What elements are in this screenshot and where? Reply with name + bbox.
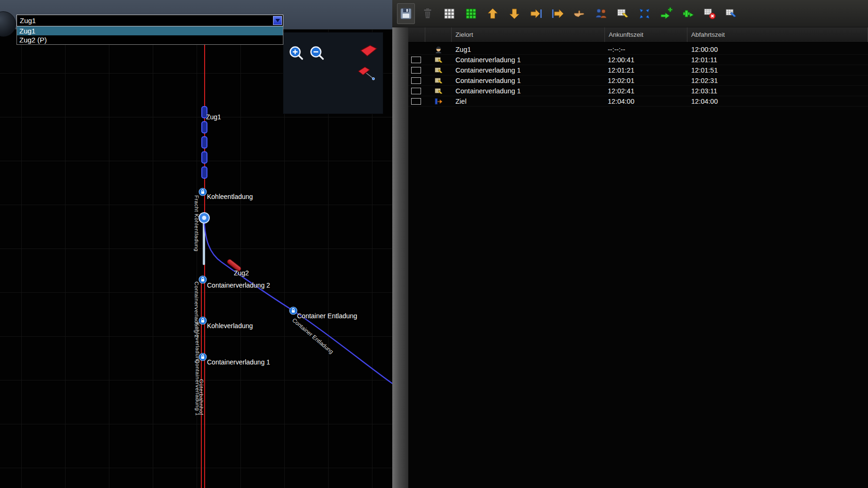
cell-ankunftszeit: --:--:-- <box>605 46 687 53</box>
header-abfahrtszeit[interactable]: Abfahrtszeit <box>687 27 868 42</box>
staff-button[interactable] <box>592 3 610 24</box>
grid-all-button[interactable] <box>440 3 458 24</box>
station-node-lock-icon[interactable] <box>198 188 207 196</box>
station-label: Containerverladung 2 <box>207 281 270 289</box>
edit-list-button[interactable] <box>722 3 740 24</box>
grid-green-icon <box>464 7 478 20</box>
table-row[interactable]: Zug1 --:--:-- 12:00:00 <box>408 44 868 55</box>
row-checkbox[interactable] <box>411 67 421 74</box>
move-to-end-button[interactable] <box>527 3 545 24</box>
row-checkbox[interactable] <box>411 88 421 94</box>
station-node-lock-icon[interactable] <box>289 306 298 315</box>
row-checkbox[interactable] <box>411 57 421 63</box>
dropdown-option[interactable]: Zug1 <box>17 26 283 35</box>
station-node-lock-icon[interactable] <box>198 275 207 284</box>
blue-arrows-icon <box>638 7 651 20</box>
table-row[interactable]: Containerverladung 1 12:00:41 12:01:11 <box>408 55 868 65</box>
hand-pointer-icon <box>573 7 586 20</box>
row-checkbox-cell <box>408 88 425 94</box>
people-icon <box>595 7 608 20</box>
train2-label: Zug2 <box>234 269 249 277</box>
polygon-tool-icon[interactable] <box>358 44 380 58</box>
green-arrow-plus-icon <box>660 7 673 20</box>
dropdown-arrow-button[interactable] <box>273 16 282 25</box>
cell-ankunftszeit: 12:04:00 <box>605 98 687 105</box>
task-icon <box>434 76 443 85</box>
polygon-node-tool-icon[interactable] <box>357 66 377 81</box>
header-ankunftszeit[interactable]: Ankunftszeit <box>605 27 687 42</box>
arrow-down-icon <box>508 7 521 20</box>
schedule-table: Zielort Ankunftszeit Abfahrtszeit Zug1 -… <box>408 27 868 488</box>
save-button[interactable] <box>397 3 415 24</box>
cell-zielort: Containerverladung 1 <box>452 66 605 74</box>
table-row[interactable]: Containerverladung 1 12:01:21 12:01:51 <box>408 65 868 75</box>
cell-zielort: Containerverladung 1 <box>452 87 605 95</box>
task-icon <box>434 66 443 74</box>
train1-car[interactable] <box>201 166 207 179</box>
row-checkbox-cell <box>408 57 425 63</box>
station-label: Containerverladung 1 <box>207 358 270 366</box>
station-label: Container Entladung <box>297 312 357 320</box>
cell-zielort: Zug1 <box>452 46 605 53</box>
add-button[interactable] <box>679 3 697 24</box>
add-forward-button[interactable] <box>657 3 675 24</box>
arrow-up-icon <box>486 7 499 20</box>
header-icon-col <box>425 27 452 42</box>
move-up-button[interactable] <box>484 3 502 24</box>
goal-arrow-icon <box>434 97 443 106</box>
row-checkbox-cell <box>408 77 425 84</box>
row-icon-cell <box>425 66 452 74</box>
table-header: Zielort Ankunftszeit Abfahrtszeit <box>408 27 868 42</box>
chevron-down-icon <box>275 19 280 22</box>
assign-button[interactable] <box>570 3 588 24</box>
panel-divider[interactable] <box>392 27 408 488</box>
cell-abfahrtszeit: 12:03:11 <box>687 87 868 95</box>
task-icon <box>434 87 443 95</box>
arrange-button[interactable] <box>636 3 653 24</box>
train1-car[interactable] <box>201 136 207 149</box>
move-down-button[interactable] <box>505 3 523 24</box>
zoom-out-icon[interactable] <box>310 46 325 61</box>
cell-zielort: Containerverladung 1 <box>452 77 605 84</box>
train-selector[interactable]: Zug1 <box>17 15 283 26</box>
station-node-lock-icon[interactable] <box>198 316 207 325</box>
junction-node-icon[interactable] <box>198 212 210 224</box>
table-red-x-icon <box>703 7 716 20</box>
cell-abfahrtszeit: 12:02:31 <box>687 77 868 84</box>
map-tool-panel <box>283 32 383 114</box>
cell-abfahrtszeit: 12:04:00 <box>687 98 868 105</box>
trash-icon <box>421 7 434 20</box>
remove-entry-button[interactable] <box>701 3 719 24</box>
dropdown-option[interactable]: Zug2 (P) <box>17 35 283 44</box>
table-row[interactable]: Ziel 12:04:00 12:04:00 <box>408 96 868 107</box>
track-map[interactable]: Zug1 Zug2 Fracht Kohlentladung Container… <box>0 29 392 488</box>
cell-ankunftszeit: 12:02:41 <box>605 87 687 95</box>
driver-icon <box>434 45 443 54</box>
train1-car[interactable] <box>201 121 207 133</box>
delete-button[interactable] <box>419 3 437 24</box>
train1-car[interactable] <box>201 151 207 164</box>
row-icon-cell <box>425 87 452 95</box>
zoom-in-icon[interactable] <box>289 46 304 61</box>
save-icon <box>399 7 413 20</box>
arrow-right-bar-icon <box>529 7 543 20</box>
row-icon-cell <box>425 76 452 85</box>
row-checkbox[interactable] <box>411 77 421 84</box>
cell-abfahrtszeit: 12:00:00 <box>687 46 868 53</box>
table-row[interactable]: Containerverladung 1 12:02:41 12:03:11 <box>408 86 868 96</box>
header-zielort[interactable]: Zielort <box>452 27 605 42</box>
table-body: Zug1 --:--:-- 12:00:00 Containerverladun… <box>408 42 868 107</box>
station-node-lock-icon[interactable] <box>198 353 207 361</box>
bar-arrow-right-icon <box>551 7 564 20</box>
cell-zielort: Containerverladung 1 <box>452 56 605 64</box>
table-row[interactable]: Containerverladung 1 12:02:01 12:02:31 <box>408 75 868 86</box>
row-icon-cell <box>425 97 452 106</box>
edit-table-button[interactable] <box>614 3 632 24</box>
grid-selected-button[interactable] <box>462 3 480 24</box>
row-checkbox[interactable] <box>411 98 421 105</box>
cell-abfahrtszeit: 12:01:11 <box>687 56 868 64</box>
station-label: Kohleverladung <box>207 322 253 330</box>
station-label: Kohleentladung <box>207 193 253 200</box>
cell-ankunftszeit: 12:00:41 <box>605 56 687 64</box>
insert-after-button[interactable] <box>549 3 567 24</box>
